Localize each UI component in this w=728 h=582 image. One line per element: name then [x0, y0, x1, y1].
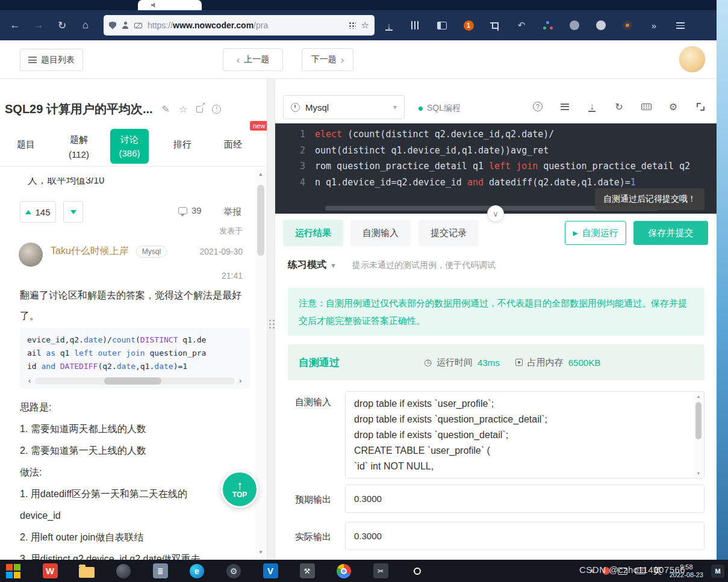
share-icon[interactable] — [196, 106, 203, 113]
tab-run-result[interactable]: 运行结果 — [283, 220, 343, 246]
library-icon[interactable] — [409, 19, 422, 32]
edit-icon[interactable]: ✎ — [162, 104, 170, 115]
shield-extension-icon[interactable] — [568, 19, 580, 32]
settings-app-icon[interactable]: ⚙ — [225, 563, 242, 580]
url-bar[interactable]: https://www.nowcoder.com/pra ☆ — [104, 15, 375, 36]
tab-solutions[interactable]: 题解(112) — [58, 134, 100, 159]
chrome-icon[interactable] — [335, 563, 352, 580]
download-code-icon[interactable]: ↓ — [586, 100, 598, 113]
tools-icon[interactable]: ⚒ — [299, 563, 316, 580]
code-token: count — [112, 335, 135, 344]
extensions-grid-icon[interactable] — [349, 22, 356, 29]
tray-keyboard-icon[interactable] — [635, 568, 646, 574]
bookmark-star-icon[interactable]: ☆ — [361, 20, 369, 31]
app-dark-ball-icon[interactable] — [115, 563, 132, 580]
file-explorer-icon[interactable] — [78, 563, 95, 580]
tab-submissions[interactable]: 提交记录 — [418, 220, 479, 246]
editor-line[interactable]: 1elect (count(distinct q2.device_id,q2.d… — [275, 126, 717, 143]
user-avatar[interactable] — [679, 46, 706, 73]
self-input-textarea[interactable]: drop table if exists `user_profile`;drop… — [345, 391, 705, 478]
textarea-scroll-thumb[interactable] — [695, 402, 702, 439]
input-method-indicator[interactable]: 英 — [653, 566, 662, 577]
url-text[interactable]: https://www.nowcoder.com/pra — [148, 20, 343, 30]
tab-audio-icon[interactable] — [151, 2, 157, 8]
outline-icon[interactable] — [559, 100, 571, 113]
next-question-button[interactable]: 下一题 › — [302, 48, 353, 71]
permissions-icon[interactable] — [134, 23, 142, 28]
tray-chevron-icon[interactable]: ∧ — [590, 567, 594, 575]
identity-icon[interactable] — [122, 22, 129, 29]
scroll-down-icon[interactable]: ▼ — [694, 471, 703, 475]
scroll-up-icon[interactable]: ▲ — [255, 172, 266, 177]
forward-icon[interactable]: → — [30, 16, 48, 35]
tracking-shield-icon[interactable] — [109, 22, 116, 29]
fullscreen-icon[interactable] — [694, 100, 706, 113]
notification-badge-icon[interactable]: 1 — [462, 19, 474, 32]
desktop-screen: ← → ↻ ⌂ https://www.nowcoder.com/pra ☆ ↓… — [0, 0, 728, 582]
hscroll-track[interactable] — [35, 377, 235, 385]
help-icon[interactable]: ? — [532, 100, 544, 113]
actual-output-field[interactable]: 0.3000 — [345, 522, 705, 550]
overflow-chevron-icon[interactable]: » — [648, 19, 660, 32]
problem-list-button[interactable]: 题目列表 — [20, 49, 83, 71]
extension-ball-icon[interactable] — [595, 19, 607, 32]
prev-question-button[interactable]: ‹ 上一题 — [223, 48, 283, 71]
adblock-extension-icon[interactable] — [621, 19, 633, 32]
menu-icon[interactable] — [674, 19, 686, 32]
scroll-up-icon[interactable]: ▲ — [694, 394, 703, 398]
self-test-run-button[interactable]: ▶ 自测运行 — [565, 221, 626, 245]
expected-output-field[interactable]: 0.3000 — [345, 484, 705, 513]
settings-gear-icon[interactable]: ⚙ — [667, 100, 679, 113]
scroll-left-icon[interactable]: ‹ — [27, 376, 32, 385]
obs-icon[interactable] — [409, 563, 426, 580]
vscode-icon[interactable]: V — [262, 563, 279, 580]
taskbar-clock[interactable]: 9:58 2022-08-23 — [670, 563, 703, 579]
save-submit-button[interactable]: 保存并提交 — [633, 221, 708, 245]
sidebar-icon[interactable] — [436, 19, 448, 32]
textarea-vscrollbar[interactable]: ▲ ▼ — [694, 392, 703, 477]
practice-mode-select[interactable]: 练习模式 ▼ — [288, 259, 337, 271]
tab-discussion[interactable]: 讨论(386) — [110, 129, 149, 164]
back-icon[interactable]: ← — [6, 16, 24, 35]
post-author-name[interactable]: Taku什么时候上岸 — [51, 245, 129, 258]
keyboard-shortcuts-icon[interactable] — [640, 100, 652, 113]
undo-extension-icon[interactable]: ↶ — [515, 19, 527, 32]
left-scroll-thumb[interactable] — [257, 185, 264, 256]
hscroll-thumb[interactable] — [104, 377, 161, 385]
collapse-editor-button[interactable]: ∨ — [487, 205, 504, 222]
editor-line[interactable]: 3rom question_practice_detail q1 left jo… — [275, 158, 717, 175]
back-to-top-button[interactable]: ↑ TOP — [221, 471, 258, 508]
feedback-icon[interactable]: ! — [212, 105, 221, 114]
notes-app-icon[interactable]: ≣ — [152, 563, 169, 580]
scroll-down-icon[interactable]: ▼ — [255, 549, 266, 555]
tab-question[interactable]: 题目 — [17, 139, 35, 150]
left-vscrollbar[interactable]: ▲ ▼ — [255, 169, 266, 557]
scroll-right-icon[interactable]: › — [238, 376, 243, 385]
home-icon[interactable]: ⌂ — [76, 16, 95, 35]
snipping-tool-icon[interactable]: ✂ — [372, 563, 389, 580]
screenshot-crop-icon[interactable] — [489, 19, 501, 32]
panel-splitter[interactable] — [267, 79, 275, 560]
tray-app-red-icon[interactable] — [602, 567, 610, 575]
tab-interview[interactable]: 面经 — [224, 139, 242, 150]
notification-center-icon[interactable]: M — [711, 565, 724, 578]
reset-code-icon[interactable]: ↻ — [613, 100, 625, 113]
downvote-button[interactable] — [63, 201, 83, 223]
reload-icon[interactable]: ↻ — [53, 16, 71, 35]
browser-tab[interactable] — [138, 0, 202, 10]
post-author-avatar[interactable] — [19, 243, 43, 267]
wps-icon[interactable]: W — [42, 563, 58, 580]
upvote-button[interactable]: 145 — [20, 201, 56, 223]
report-link[interactable]: 举报 — [223, 206, 241, 218]
extension-dots-icon[interactable] — [542, 19, 554, 32]
tray-monitor-icon[interactable] — [618, 568, 627, 575]
downloads-icon[interactable]: ↓ — [383, 19, 395, 32]
tab-self-test-input[interactable]: 自测输入 — [350, 220, 411, 246]
favorite-star-icon[interactable]: ☆ — [179, 104, 187, 115]
editor-line[interactable]: 2ount(distinct q1.device_id,q1.date))avg… — [275, 143, 717, 159]
edge-icon[interactable]: e — [188, 563, 205, 580]
tab-ranking[interactable]: 排行 — [173, 139, 191, 150]
start-button[interactable] — [5, 563, 22, 580]
language-select[interactable]: Mysql ▾ — [283, 95, 405, 119]
comments-button[interactable]: 39 — [178, 205, 202, 215]
